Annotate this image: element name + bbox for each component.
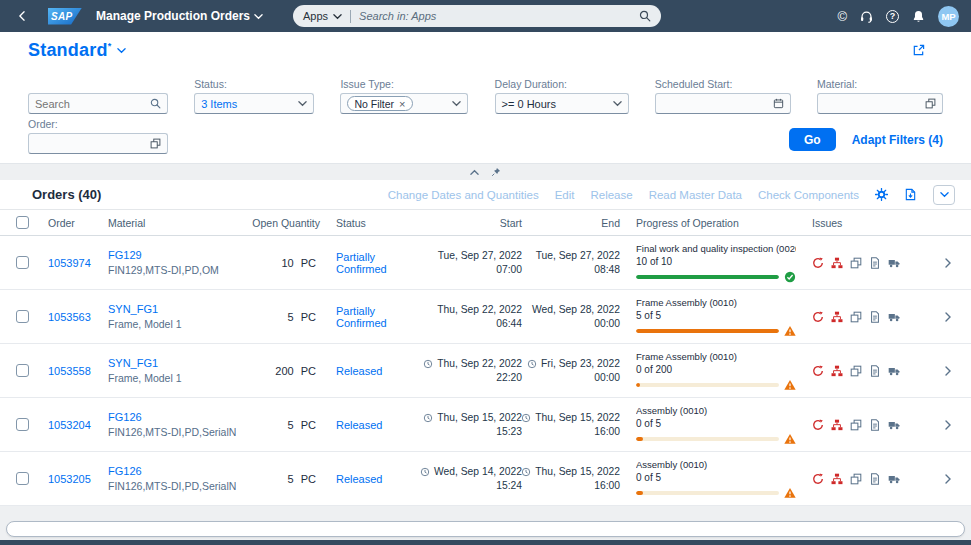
material-input[interactable] [824, 98, 921, 110]
table-row[interactable]: 1053558 SYN_FG1 Frame, Model 1 200PC Rel… [0, 344, 971, 398]
help-icon[interactable]: ? [886, 10, 899, 23]
table-row[interactable]: 1053204 FG126 FIN126,MTS-DI,PD,SerialNo … [0, 398, 971, 452]
delay-filter-select[interactable]: >= 0 Hours [495, 93, 629, 114]
column-header-progress[interactable]: Progress of Operation [632, 217, 808, 229]
logistics-issue-icon[interactable] [888, 473, 900, 485]
read-master-data-button[interactable]: Read Master Data [649, 189, 742, 201]
component-issue-icon[interactable] [831, 419, 843, 431]
row-navigation[interactable] [924, 312, 971, 322]
support-icon[interactable] [860, 10, 873, 23]
column-header-material[interactable]: Material [104, 217, 240, 229]
avatar[interactable]: MP [938, 6, 959, 27]
order-link[interactable]: 1053204 [48, 419, 91, 431]
copy-issue-icon[interactable] [850, 473, 862, 485]
material-link[interactable]: FG129 [108, 249, 236, 261]
value-help-icon[interactable] [150, 138, 161, 149]
table-row[interactable]: 1053974 FG129 FIN129,MTS-DI,PD,OM 10PC P… [0, 236, 971, 290]
order-link[interactable]: 1053563 [48, 311, 91, 323]
variant-selector[interactable]: Standard* [28, 40, 126, 61]
column-header-start[interactable]: Start [428, 217, 534, 229]
search-icon[interactable] [639, 10, 651, 22]
search-scope-select[interactable]: Apps [303, 10, 342, 22]
rework-issue-icon[interactable] [812, 365, 824, 377]
logistics-issue-icon[interactable] [888, 257, 900, 269]
master-data-issue-icon[interactable] [869, 257, 881, 269]
calendar-icon[interactable] [773, 98, 784, 109]
token-remove-icon[interactable]: × [399, 98, 405, 110]
select-all-checkbox[interactable] [16, 216, 29, 229]
table-row[interactable]: 1053563 SYN_FG1 Frame, Model 1 5PC Parti… [0, 290, 971, 344]
back-button[interactable] [12, 11, 32, 21]
collapse-header-button[interactable] [470, 168, 479, 177]
component-issue-icon[interactable] [831, 365, 843, 377]
component-issue-icon[interactable] [831, 257, 843, 269]
row-checkbox[interactable] [16, 256, 29, 269]
change-dates-button[interactable]: Change Dates and Quantities [388, 189, 539, 201]
release-button[interactable]: Release [590, 189, 632, 201]
column-header-end[interactable]: End [534, 217, 632, 229]
shell-search-input[interactable] [359, 10, 639, 22]
export-icon[interactable] [904, 188, 917, 201]
logistics-issue-icon[interactable] [888, 419, 900, 431]
row-navigation[interactable] [924, 420, 971, 430]
copy-issue-icon[interactable] [850, 365, 862, 377]
copy-issue-icon[interactable] [850, 311, 862, 323]
master-data-issue-icon[interactable] [869, 311, 881, 323]
row-navigation[interactable] [924, 258, 971, 268]
logistics-issue-icon[interactable] [888, 365, 900, 377]
master-data-issue-icon[interactable] [869, 473, 881, 485]
value-help-icon[interactable] [925, 98, 936, 109]
row-navigation[interactable] [924, 366, 971, 376]
assistant-icon[interactable]: © [837, 10, 847, 23]
order-input[interactable] [35, 138, 146, 150]
status-link[interactable]: Partially Confirmed [336, 305, 387, 329]
horizontal-scrollbar[interactable] [6, 521, 965, 537]
column-header-issues[interactable]: Issues [808, 217, 924, 229]
search-icon[interactable] [150, 98, 161, 109]
status-link[interactable]: Partially Confirmed [336, 251, 387, 275]
material-link[interactable]: SYN_FG1 [108, 303, 236, 315]
column-header-open-quantity[interactable]: Open Quantity [240, 217, 332, 229]
column-header-status[interactable]: Status [332, 217, 428, 229]
rework-issue-icon[interactable] [812, 257, 824, 269]
column-header-order[interactable]: Order [44, 217, 104, 229]
share-icon[interactable] [912, 44, 925, 57]
pin-header-button[interactable] [491, 167, 501, 177]
material-link[interactable]: SYN_FG1 [108, 357, 236, 369]
status-link[interactable]: Released [336, 473, 382, 485]
settings-icon[interactable] [875, 188, 888, 201]
order-link[interactable]: 1053205 [48, 473, 91, 485]
filter-token[interactable]: No Filter × [347, 96, 412, 111]
rework-issue-icon[interactable] [812, 311, 824, 323]
component-issue-icon[interactable] [831, 311, 843, 323]
status-link[interactable]: Released [336, 419, 382, 431]
material-link[interactable]: FG126 [108, 465, 236, 477]
export-menu-button[interactable] [933, 185, 955, 205]
sap-logo[interactable]: SAP [48, 8, 82, 25]
row-checkbox[interactable] [16, 310, 29, 323]
row-checkbox[interactable] [16, 472, 29, 485]
order-link[interactable]: 1053558 [48, 365, 91, 377]
row-checkbox[interactable] [16, 418, 29, 431]
order-link[interactable]: 1053974 [48, 257, 91, 269]
logistics-issue-icon[interactable] [888, 311, 900, 323]
check-components-button[interactable]: Check Components [758, 189, 859, 201]
shell-search[interactable]: Apps [293, 5, 661, 27]
go-button[interactable]: Go [789, 128, 836, 151]
edit-button[interactable]: Edit [555, 189, 575, 201]
filter-search-field[interactable] [28, 93, 168, 114]
material-field[interactable] [817, 93, 943, 114]
notifications-icon[interactable] [912, 10, 925, 23]
table-row[interactable]: 1053205 FG126 FIN126,MTS-DI,PD,SerialNo … [0, 452, 971, 506]
order-field[interactable] [28, 133, 168, 154]
copy-issue-icon[interactable] [850, 419, 862, 431]
scheduled-start-input[interactable] [662, 98, 769, 110]
adapt-filters-button[interactable]: Adapt Filters (4) [852, 133, 943, 147]
component-issue-icon[interactable] [831, 473, 843, 485]
copy-issue-icon[interactable] [850, 257, 862, 269]
app-title-menu[interactable]: Manage Production Orders [96, 9, 263, 23]
status-filter-select[interactable]: 3 Items [194, 93, 314, 114]
master-data-issue-icon[interactable] [869, 419, 881, 431]
material-link[interactable]: FG126 [108, 411, 236, 423]
scheduled-start-field[interactable] [655, 93, 791, 114]
